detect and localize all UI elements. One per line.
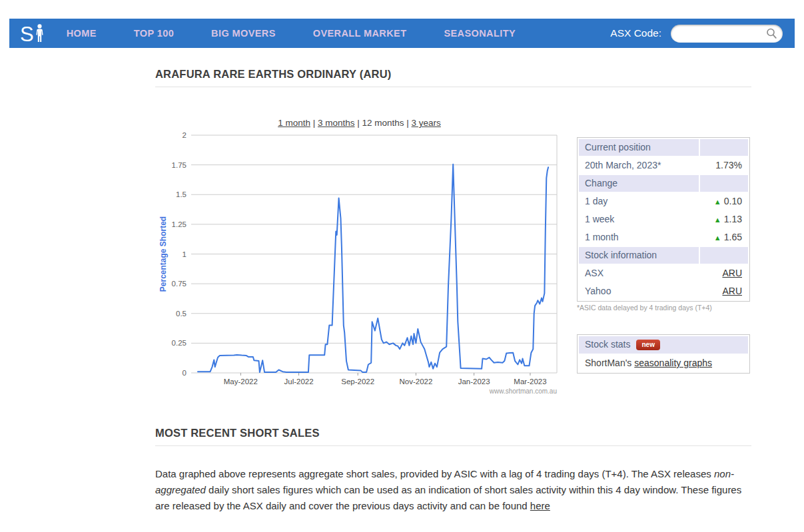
- seasonality-graphs-link[interactable]: seasonality graphs: [634, 358, 712, 368]
- svg-text:Jul-2022: Jul-2022: [284, 378, 313, 386]
- svg-text:Nov-2022: Nov-2022: [399, 378, 432, 386]
- up-triangle-icon: ▲: [714, 216, 721, 224]
- table-row: 20th March, 2023*1.73%: [579, 157, 748, 174]
- search-icon[interactable]: [765, 27, 778, 40]
- nav-search-group: ASX Code:: [610, 25, 783, 43]
- svg-text:1.25: 1.25: [172, 220, 187, 228]
- range-link-12-months: 12 months: [362, 118, 404, 128]
- table-row: YahooARU: [579, 283, 748, 300]
- svg-text:1.75: 1.75: [172, 161, 187, 169]
- svg-text:2: 2: [183, 131, 187, 139]
- stock-stats-table: Stock statsnew ShortMan's seasonality gr…: [577, 334, 750, 374]
- table-row: ASXARU: [579, 265, 748, 282]
- row-value: [700, 247, 748, 264]
- seasonality-row: ShortMan's seasonality graphs: [579, 355, 748, 372]
- range-link-1-month[interactable]: 1 month: [278, 118, 310, 128]
- shorted-percentage-chart: 00.250.50.7511.251.51.752May-2022Jul-202…: [155, 130, 564, 396]
- time-range-links: 1 month | 3 months | 12 months | 3 years: [155, 118, 564, 128]
- paragraph-part1: Data graphed above represents aggregate …: [155, 468, 714, 479]
- row-label: 1 day: [579, 193, 699, 210]
- short-sales-paragraph: Data graphed above represents aggregate …: [155, 466, 751, 514]
- table-row: 1 month▲1.65: [579, 229, 748, 246]
- asx-code-label: ASX Code:: [610, 27, 661, 39]
- stock-stats-box: Stock statsnew ShortMan's seasonality gr…: [577, 334, 751, 374]
- row-label: 1 month: [579, 229, 699, 246]
- svg-text:Mar-2023: Mar-2023: [514, 378, 546, 386]
- range-separator: |: [404, 118, 412, 128]
- shortman-logo[interactable]: S: [20, 24, 44, 43]
- row-value: 1.73%: [700, 157, 748, 174]
- stock-stats-header-cell: Stock statsnew: [579, 336, 748, 354]
- position-table: Current position20th March, 2023*1.73%Ch…: [577, 137, 750, 302]
- asx-code-input[interactable]: [675, 25, 763, 42]
- row-label: Stock information: [579, 247, 699, 264]
- row-value: [700, 175, 748, 192]
- main-content: ARAFURA RARE EARTHS ORDINARY (ARU) 1 mon…: [155, 68, 751, 514]
- nav-item-home[interactable]: HOME: [67, 28, 97, 39]
- asic-delay-footnote: *ASIC data delayed by 4 trading days (T+…: [577, 304, 751, 312]
- seasonality-prefix: ShortMan's: [585, 358, 634, 368]
- short-sales-heading: MOST RECENT SHORT SALES: [155, 427, 751, 446]
- top-navbar: S HOMETOP 100BIG MOVERSOVERALL MARKETSEA…: [9, 19, 795, 48]
- svg-text:May-2022: May-2022: [224, 378, 258, 386]
- svg-text:0.5: 0.5: [176, 310, 187, 318]
- row-label: 1 week: [579, 211, 699, 228]
- nav-item-big-movers[interactable]: BIG MOVERS: [211, 28, 276, 39]
- svg-text:0.75: 0.75: [172, 280, 187, 288]
- stock-stats-title: Stock stats: [585, 339, 630, 350]
- search-pill: [671, 25, 783, 43]
- stock-link-asx[interactable]: ARU: [722, 268, 742, 278]
- person-icon: [35, 24, 44, 43]
- row-label: Yahoo: [579, 283, 699, 300]
- row-value: ARU: [700, 265, 748, 282]
- stock-stats-header-row: Stock statsnew: [579, 336, 748, 354]
- row-label: Change: [579, 175, 699, 192]
- up-triangle-icon: ▲: [714, 198, 721, 206]
- table-section-header: Current position: [579, 139, 748, 156]
- row-label: Current position: [579, 139, 699, 156]
- svg-text:1: 1: [183, 250, 187, 258]
- table-row: 1 day▲0.10: [579, 193, 748, 210]
- logo-letter: S: [20, 26, 34, 43]
- nav-item-overall-market[interactable]: OVERALL MARKET: [313, 28, 407, 39]
- row-label: 20th March, 2023*: [579, 157, 699, 174]
- chart-section: 1 month | 3 months | 12 months | 3 years…: [155, 118, 751, 399]
- chart-series-line: [198, 164, 548, 372]
- row-value: ▲1.13: [700, 211, 748, 228]
- nav-item-seasonality[interactable]: SEASONALITY: [444, 28, 516, 39]
- svg-text:1.5: 1.5: [176, 190, 187, 198]
- nav-links: HOMETOP 100BIG MOVERSOVERALL MARKETSEASO…: [67, 28, 553, 39]
- seasonality-cell: ShortMan's seasonality graphs: [579, 355, 748, 372]
- table-section-header: Change: [579, 175, 748, 192]
- new-badge: new: [636, 340, 659, 350]
- y-axis-title: Percentage Shorted: [159, 216, 168, 292]
- range-separator: |: [310, 118, 318, 128]
- paragraph-part2: daily short sales figures which can be u…: [155, 484, 741, 511]
- stock-link-yahoo[interactable]: ARU: [722, 286, 742, 296]
- table-section-header: Stock information: [579, 247, 748, 264]
- range-link-3-years[interactable]: 3 years: [412, 118, 441, 128]
- chart-block: 1 month | 3 months | 12 months | 3 years…: [155, 118, 564, 399]
- row-value: ARU: [700, 283, 748, 300]
- row-value: ▲1.65: [700, 229, 748, 246]
- range-link-3-months[interactable]: 3 months: [318, 118, 355, 128]
- nav-item-top-100[interactable]: TOP 100: [134, 28, 174, 39]
- row-label: ASX: [579, 265, 699, 282]
- page-title: ARAFURA RARE EARTHS ORDINARY (ARU): [155, 68, 751, 87]
- row-value: [700, 139, 748, 156]
- table-row: 1 week▲1.13: [579, 211, 748, 228]
- svg-text:0: 0: [183, 369, 187, 377]
- row-value: ▲0.10: [700, 193, 748, 210]
- up-triangle-icon: ▲: [714, 234, 721, 242]
- info-column: Current position20th March, 2023*1.73%Ch…: [577, 137, 751, 399]
- svg-text:0.25: 0.25: [172, 339, 187, 347]
- here-link[interactable]: here: [530, 500, 550, 511]
- svg-text:Jan-2023: Jan-2023: [458, 378, 490, 386]
- chart-watermark: www.shortman.com.au: [489, 388, 557, 395]
- range-separator: |: [354, 118, 362, 128]
- svg-text:Sep-2022: Sep-2022: [341, 378, 374, 386]
